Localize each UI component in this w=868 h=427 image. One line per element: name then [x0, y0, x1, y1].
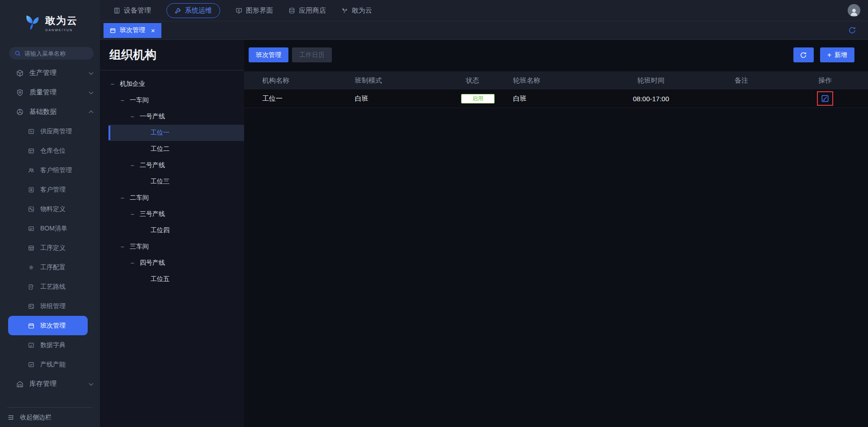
nav-app-store[interactable]: 应用商店 [288, 6, 326, 15]
chevron-down-icon [89, 381, 94, 385]
card-icon [28, 148, 34, 154]
nav-device-mgmt[interactable]: 设备管理 [113, 6, 151, 15]
sidebar-item-customer-mgmt[interactable]: 客户管理 [0, 180, 100, 199]
tree-node-workshop3[interactable]: − 三车间 [100, 239, 244, 255]
tree-node-station2[interactable]: 工位二 [100, 141, 244, 157]
col-header-rotation-time: 轮班时间 [601, 76, 701, 85]
tree-node-station4[interactable]: 工位四 [100, 222, 244, 239]
menu-search-input[interactable] [24, 50, 88, 57]
collapse-node-icon[interactable]: − [129, 259, 135, 267]
nav-graphic-ui[interactable]: 图形界面 [236, 6, 273, 15]
org-structure-panel: 组织机构 − 机加企业 − 一车间 − 一号产线 工位一 工位二 − 二号产线 … [100, 40, 244, 427]
col-header-actions: 操作 [782, 76, 868, 85]
status-badge[interactable]: 启用 [461, 94, 495, 103]
butterfly-logo-icon [23, 13, 42, 32]
sidebar-item-supplier-mgmt[interactable]: 供应商管理 [0, 122, 100, 141]
warehouse-icon [16, 380, 24, 388]
add-button[interactable]: + 新增 [820, 47, 854, 62]
close-tab-icon[interactable]: × [151, 27, 155, 34]
view-tab-shift-mgmt-button[interactable]: 班次管理 [249, 47, 288, 62]
menu-search[interactable] [9, 47, 94, 60]
route-icon [28, 284, 34, 290]
org-panel-title: 组织机构 [100, 40, 244, 63]
cell-rotation-time: 08:00-17:00 [601, 95, 701, 103]
server-icon [113, 7, 120, 14]
team-icon [28, 303, 34, 310]
user-avatar[interactable] [848, 4, 860, 17]
butterfly-icon [341, 7, 348, 14]
edit-button[interactable] [817, 91, 833, 106]
collapse-node-icon[interactable]: − [129, 211, 135, 218]
cell-shift-mode: 白班 [337, 94, 448, 103]
collapse-node-icon[interactable]: − [119, 243, 125, 250]
sidebar-item-base-data[interactable]: 基础数据 [0, 102, 100, 122]
main-content: 班次管理 工作日历 + 新增 机构名称 班制模式 状态 轮班名称 轮班时间 备注… [244, 40, 868, 427]
calendar-icon [110, 28, 116, 33]
grid-icon [28, 245, 34, 251]
edit-icon [821, 94, 830, 103]
tree-node-line3[interactable]: − 三号产线 [100, 206, 244, 222]
sidebar-item-process-def[interactable]: 工序定义 [0, 238, 100, 258]
brand-logo: 敢为云 GANWEIYUN [0, 0, 100, 45]
sidebar-item-process-config[interactable]: 工序配置 [0, 258, 100, 277]
table-header-row: 机构名称 班制模式 状态 轮班名称 轮班时间 备注 操作 [244, 71, 868, 89]
tree-node-station1[interactable]: 工位一 [100, 125, 244, 141]
tree-node-workshop2[interactable]: − 二车间 [100, 190, 244, 206]
sidebar-item-quality[interactable]: 质量管理 [0, 83, 100, 102]
tree-node-company[interactable]: − 机加企业 [100, 76, 244, 92]
sidebar-item-inventory[interactable]: 库存管理 [0, 374, 100, 394]
tree-node-line4[interactable]: − 四号产线 [100, 255, 244, 271]
gear-icon [28, 264, 34, 271]
app-root: 敢为云 GANWEIYUN 生产管理 质量管理 [0, 0, 868, 427]
refresh-page-icon[interactable] [848, 26, 856, 34]
sidebar-item-material-def[interactable]: 物料定义 [0, 199, 100, 219]
sidebar-item-team-mgmt[interactable]: 班组管理 [0, 296, 100, 316]
col-header-shift-mode: 班制模式 [337, 76, 448, 85]
refresh-table-button[interactable] [793, 47, 814, 62]
toolbar: 班次管理 工作日历 + 新增 [244, 40, 868, 62]
collapse-sidebar-button[interactable]: 收起侧边栏 [7, 407, 93, 427]
capacity-icon [28, 361, 34, 368]
table-row: 工位一 白班 启用 白班 08:00-17:00 [244, 89, 868, 108]
nav-ganweiyun[interactable]: 敢为云 [341, 6, 372, 15]
tree-node-workshop1[interactable]: − 一车间 [100, 92, 244, 108]
col-header-org-name: 机构名称 [244, 76, 337, 85]
collapse-node-icon[interactable]: − [109, 80, 115, 88]
collapse-node-icon[interactable]: − [119, 97, 125, 104]
collapse-node-icon[interactable]: − [119, 194, 125, 202]
sidebar-item-data-dict[interactable]: 数据字典 [0, 335, 100, 355]
tree-node-station5[interactable]: 工位五 [100, 271, 244, 287]
cell-actions [782, 91, 868, 106]
cube-icon [16, 70, 24, 77]
monitor-icon [236, 7, 242, 14]
sidebar-item-production[interactable]: 生产管理 [0, 63, 100, 83]
cell-org-name: 工位一 [244, 94, 337, 103]
open-tabs-bar: 班次管理 × [100, 21, 868, 40]
sidebar-item-warehouse[interactable]: 仓库仓位 [0, 141, 100, 160]
collapse-node-icon[interactable]: − [129, 162, 135, 169]
bom-icon [28, 225, 34, 232]
nav-system-ops[interactable]: 系统运维 [166, 3, 220, 18]
view-tab-work-calendar-button[interactable]: 工作日历 [292, 47, 332, 62]
calendar-icon [28, 323, 34, 329]
top-navbar: 设备管理 系统运维 图形界面 应用商店 敢为云 [100, 0, 868, 21]
collapse-node-icon[interactable]: − [129, 113, 135, 120]
tree-node-station3[interactable]: 工位三 [100, 174, 244, 190]
card-icon [28, 128, 34, 135]
tab-shift-mgmt[interactable]: 班次管理 × [104, 23, 161, 38]
cell-status: 启用 [448, 94, 495, 103]
divider [100, 70, 244, 70]
tree-node-line1[interactable]: − 一号产线 [100, 108, 244, 125]
material-icon [28, 206, 34, 212]
chevron-up-icon [89, 110, 94, 115]
tree-node-line2[interactable]: − 二号产线 [100, 157, 244, 174]
pie-chart-icon [16, 108, 24, 116]
sidebar-item-route[interactable]: 工艺路线 [0, 277, 100, 296]
person-icon [849, 7, 859, 17]
sidebar-item-shift-mgmt[interactable]: 班次管理 [8, 316, 88, 335]
store-icon [288, 7, 295, 14]
sidebar-item-bom-list[interactable]: BOM清单 [0, 219, 100, 238]
sidebar-item-customer-group[interactable]: 客户组管理 [0, 160, 100, 180]
contact-icon [28, 187, 34, 193]
sidebar-item-line-capacity[interactable]: 产线产能 [0, 355, 100, 374]
